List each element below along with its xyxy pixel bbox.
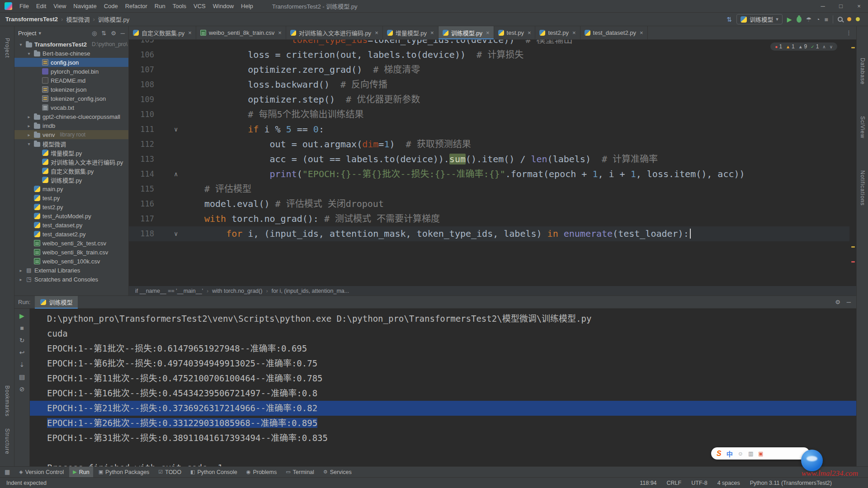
notification-orange-dot[interactable] xyxy=(847,17,851,21)
fold-icon[interactable]: ∨ xyxy=(174,226,178,241)
console-line[interactable]: cuda xyxy=(47,326,856,341)
editor-tab-py[interactable]: 训练模型.py× xyxy=(439,26,494,39)
tree-chevron[interactable]: ▸ xyxy=(26,132,32,137)
toolstrip-structure[interactable]: Structure xyxy=(4,428,10,455)
console-line[interactable]: EPOCH:1--第6批次--损失:0.49740394949913025--准… xyxy=(47,356,856,371)
console-line[interactable]: EPOCH:1--第1批次--损失:0.61479651927948--准确率:… xyxy=(47,341,856,356)
tree-row-gpt2-chinese-cluecorpussmall[interactable]: ▸gpt2-chinese-cluecorpussmall xyxy=(14,112,128,121)
editor-tab-weibo-senti-8k-train-csv[interactable]: weibo_senti_8k_train.csv× xyxy=(196,26,286,39)
status-utf-8[interactable]: UTF-8 xyxy=(691,480,707,486)
toolwindow-problems[interactable]: ◉Problems xyxy=(243,467,280,478)
stop-button[interactable]: ■ xyxy=(825,14,828,24)
close-tab-icon[interactable]: × xyxy=(528,29,531,36)
print-button[interactable]: ▤ xyxy=(19,373,25,380)
tree-row-readme-md[interactable]: README.md xyxy=(14,76,128,85)
menu-code[interactable]: Code xyxy=(100,0,122,13)
close-tab-icon[interactable]: × xyxy=(188,29,192,36)
tree-row-tokenizer-json[interactable]: tokenizer.json xyxy=(14,85,128,94)
console-line[interactable]: EPOCH:1--第31批次--损失:0.38911041617393494--… xyxy=(47,431,856,446)
prev-problem-icon[interactable]: ∧ xyxy=(822,44,826,49)
tree-row-external-libraries[interactable]: ▸▤External Libraries xyxy=(14,266,128,275)
tree-row-tokenizer-config-json[interactable]: tokenizer_config.json xyxy=(14,94,128,103)
breadcrumb-item[interactable]: 模型微调 xyxy=(66,15,90,23)
hidden-tabs-icon[interactable]: ⋮ xyxy=(841,26,856,39)
restore-layout-button[interactable]: ↻ xyxy=(19,337,25,344)
toolstrip-bookmarks[interactable]: Bookmarks xyxy=(4,385,10,417)
search-everywhere-button[interactable] xyxy=(838,17,843,22)
ime-icon-2[interactable]: ▣ xyxy=(758,450,763,457)
clear-all-button[interactable]: ⊘ xyxy=(19,385,25,393)
tree-row-test-py[interactable]: test.py xyxy=(14,193,128,202)
close-tab-icon[interactable]: × xyxy=(640,29,643,36)
tree-row-test-automodel-py[interactable]: test_AutoModel.py xyxy=(14,211,128,221)
toolstrip-database[interactable]: Database xyxy=(859,58,866,84)
editor-tab-test-py[interactable]: test.py× xyxy=(494,26,536,39)
run-tab[interactable]: 训练模型 xyxy=(35,296,78,309)
tree-row-imdb[interactable]: ▸imdb xyxy=(14,121,128,130)
notification-yellow-dot[interactable] xyxy=(856,17,860,21)
close-button[interactable]: × xyxy=(850,0,868,13)
tree-row-transformerstest2[interactable]: ▾TransformersTest2D:\python_pro\ xyxy=(14,40,128,49)
breadcrumb-item[interactable]: with torch.no_grad() xyxy=(212,288,262,294)
tree-row-py[interactable]: 自定义数据集.py xyxy=(14,166,128,175)
tree-row-scratches-and-consoles[interactable]: ▸◳Scratches and Consoles xyxy=(14,275,128,284)
editor-tab-py[interactable]: 对训练输入文本进行编码.py× xyxy=(286,26,383,39)
coverage-button[interactable]: ☂ xyxy=(806,14,812,24)
hide-panel-icon[interactable]: ─ xyxy=(121,30,125,37)
console-line[interactable]: EPOCH:1--第16批次--损失:0.45434239506721497--… xyxy=(47,386,856,401)
tree-chevron[interactable]: ▸ xyxy=(26,123,32,128)
ime-icon-0[interactable]: ☺ xyxy=(738,450,743,457)
fold-icon[interactable]: ∧ xyxy=(174,167,178,182)
close-tab-icon[interactable]: × xyxy=(572,29,576,36)
tree-chevron[interactable]: ▸ xyxy=(26,114,32,119)
ime-logo[interactable]: S xyxy=(717,450,722,458)
run-settings-gear-icon[interactable]: ⚙ xyxy=(835,299,840,305)
console-line[interactable]: Process finished with exit code -1 xyxy=(47,460,856,466)
scroll-to-end-button[interactable]: ⇣ xyxy=(19,361,25,368)
inspection-ok[interactable]: ✓1 xyxy=(811,43,819,50)
stop-button[interactable]: ■ xyxy=(20,324,24,332)
tree-chevron[interactable]: ▾ xyxy=(26,141,32,146)
tree-row-config-json[interactable]: config.json xyxy=(14,58,128,67)
maximize-button[interactable]: □ xyxy=(832,0,850,13)
editor-tab-test-dataset2-py[interactable]: test_dataset2.py× xyxy=(580,26,648,39)
close-tab-icon[interactable]: × xyxy=(430,29,434,36)
ime-toolbar[interactable]: S中☺▥▣ xyxy=(711,447,810,460)
tree-row-vocab-txt[interactable]: vocab.txt xyxy=(14,103,128,112)
inspection-weak-warnings[interactable]: ▲9 xyxy=(798,43,807,50)
console-line[interactable]: D:\python_pro\TransformersTest2\venv\Scr… xyxy=(47,311,856,326)
inspection-warnings[interactable]: ▲1 xyxy=(786,43,795,50)
tree-chevron[interactable]: ▸ xyxy=(18,268,24,273)
console-line[interactable]: EPOCH:1--第21批次--损失:0.3736926317214966--准… xyxy=(30,401,856,416)
tree-row-pytorch-model-bin[interactable]: pytorch_model.bin xyxy=(14,67,128,76)
console-line[interactable]: EPOCH:1--第11批次--损失:0.4752100706100464--准… xyxy=(47,371,856,386)
tree-row-main-py[interactable]: main.py xyxy=(14,184,128,193)
sync-icon[interactable]: ⇅ xyxy=(726,14,732,24)
soft-wrap-button[interactable]: ↩ xyxy=(19,349,25,356)
inspections-widget[interactable]: ●1▲1▲9✓1∧∨ xyxy=(770,42,837,51)
toolwindow-python-packages[interactable]: ▣Python Packages xyxy=(95,467,153,478)
menu-vcs[interactable]: VCS xyxy=(190,0,209,13)
status-python-3-11-transformerstest2[interactable]: Python 3.11 (TransformersTest2) xyxy=(750,480,832,486)
status-message[interactable]: Indent expected xyxy=(6,480,47,486)
menu-navigate[interactable]: Navigate xyxy=(70,0,100,13)
menu-help[interactable]: Help xyxy=(237,0,257,13)
menu-refactor[interactable]: Refactor xyxy=(122,0,151,13)
tree-row-test-dataset2-py[interactable]: test_dataset2.py xyxy=(14,230,128,239)
ime-icon-1[interactable]: ▥ xyxy=(748,450,753,457)
tree-row-py[interactable]: 训练模型.py xyxy=(14,175,128,184)
tree-row-weibo-senti-8k-train-csv[interactable]: weibo_senti_8k_train.csv xyxy=(14,248,128,257)
profiler-button[interactable]: ◔ xyxy=(816,14,820,24)
debug-button[interactable] xyxy=(797,16,802,23)
status-crlf[interactable]: CRLF xyxy=(667,480,682,486)
menu-view[interactable]: View xyxy=(50,0,70,13)
breadcrumb-py[interactable]: 训练模型.py xyxy=(98,15,129,23)
tree-chevron[interactable]: ▾ xyxy=(26,51,32,56)
tree-chevron[interactable]: ▾ xyxy=(18,42,24,47)
menu-tools[interactable]: Tools xyxy=(169,0,190,13)
editor-scrollbar[interactable] xyxy=(849,40,856,286)
inspection-errors[interactable]: ●1 xyxy=(775,43,782,50)
tree-row-item[interactable]: ▾模型微调 xyxy=(14,139,128,148)
tree-row-test2-py[interactable]: test2.py xyxy=(14,202,128,211)
editor-tab-py[interactable]: 自定义数据集.py× xyxy=(129,26,196,39)
